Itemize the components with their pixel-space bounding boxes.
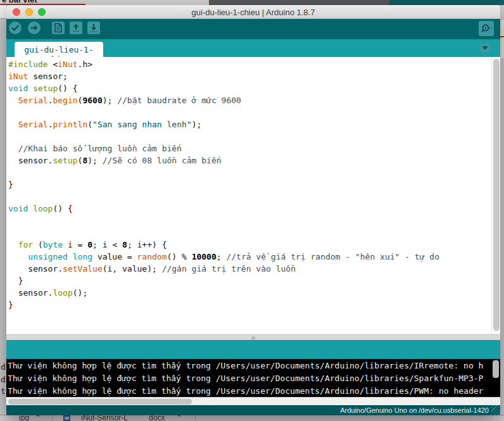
code-token: begin (53, 96, 77, 105)
code-token: iNut (8, 72, 28, 81)
code-token: (i, value); (103, 264, 162, 273)
editor-scrollbar-thumb[interactable] (493, 59, 500, 331)
serial-monitor-button[interactable] (479, 21, 494, 36)
code-token: () { (58, 84, 77, 93)
chevron-down-icon (482, 46, 488, 50)
code-token: ); (87, 156, 102, 165)
code-token (8, 252, 28, 261)
code-token: for (18, 240, 33, 249)
code-line (8, 215, 439, 227)
arrow-right-icon (28, 22, 41, 34)
code-token: unsigned long (28, 252, 92, 261)
console-output[interactable]: Thư viện không hợp lệ được tìm thấy tron… (6, 359, 500, 397)
toolbar (6, 19, 500, 39)
code-token: .h> (78, 60, 92, 69)
code-token: 10000 (192, 252, 217, 261)
code-line (8, 191, 439, 203)
background-right-red-mark (500, 36, 504, 37)
code-token: sensor. (8, 288, 53, 298)
save-button[interactable] (87, 22, 100, 34)
window-title: gui-du-lieu-1-chieu | Arduino 1.8.7 (6, 8, 500, 17)
download-item-ext[interactable]: docx (149, 415, 165, 421)
code-line: //Khai báo số lượng luồn cảm biến (8, 142, 439, 154)
background-right-sliver (500, 5, 504, 417)
download-shelf: jpg ⌃ W iNut-Sensor-L docx ⌃ (0, 415, 504, 421)
tab-menu-button[interactable] (480, 43, 490, 53)
check-icon (9, 22, 22, 34)
console-line: Thư viện không hợp lệ được tìm thấy tron… (8, 360, 483, 372)
code-token: } (8, 180, 13, 189)
code-token: setValue (63, 264, 103, 273)
verify-button[interactable] (9, 22, 22, 34)
arrow-up-icon (70, 22, 82, 34)
shelf-divider (195, 415, 196, 421)
code-token: setup (53, 156, 77, 165)
background-dark-strip (209, 0, 389, 5)
code-token: i = (63, 240, 87, 249)
chevron-up-icon[interactable]: ⌃ (35, 415, 41, 421)
code-token: iNut (58, 60, 77, 69)
code-token: void (8, 204, 28, 213)
background-browser-strip: e bai viet * (0, 0, 209, 5)
background-teal-strip (389, 0, 504, 5)
code-token: sensor. (8, 156, 53, 165)
code-token: < (48, 60, 58, 69)
tab-sketch[interactable]: gui-du-lieu-1-chieu (15, 42, 103, 57)
title-bar[interactable]: gui-du-lieu-1-chieu | Arduino 1.8.7 (6, 5, 500, 19)
download-item-ext[interactable]: jpg (19, 415, 29, 421)
code-token: byte (43, 240, 63, 249)
console-hscroll-thumb[interactable] (8, 399, 192, 405)
code-token (8, 120, 18, 129)
code-token: loop (33, 204, 53, 213)
code-token: ); (192, 120, 202, 129)
code-line: unsigned long value = random() % 10000; … (8, 251, 439, 263)
code-token: setup (33, 84, 58, 93)
console-scrollbar-thumb[interactable] (493, 360, 499, 378)
code-block: #include <iNut.h>iNut sensor;void setup(… (8, 58, 439, 311)
code-token: () % (167, 252, 191, 261)
open-button[interactable] (70, 22, 82, 34)
chevron-up-icon[interactable]: ⌃ (176, 415, 182, 421)
code-token: Serial (18, 120, 48, 129)
document-icon (52, 22, 65, 34)
download-item-name[interactable]: iNut-Sensor-L (81, 415, 128, 421)
code-token: } (8, 300, 13, 310)
resize-grip[interactable] (491, 405, 500, 415)
magnifier-icon (479, 21, 494, 36)
code-token (28, 84, 33, 93)
background-text-fragment: d (1, 375, 6, 384)
code-token: ( (87, 120, 92, 129)
code-line: sensor.loop(); (8, 287, 439, 299)
code-token: value = (92, 252, 137, 261)
code-line: #include <iNut.h> (8, 58, 439, 70)
code-token: sensor; (28, 72, 68, 81)
code-editor[interactable]: #include <iNut.h>iNut sensor;void setup(… (6, 57, 500, 334)
upload-button[interactable] (28, 22, 41, 34)
code-token: random (137, 252, 167, 261)
code-token: ); (103, 96, 117, 105)
code-token: ( (33, 240, 43, 249)
background-left-sliver: d d t (0, 5, 6, 417)
status-strip (6, 340, 500, 359)
new-sketch-button[interactable] (52, 22, 65, 34)
code-token: ; i++) { (127, 240, 167, 249)
code-token: //trả về giá trị random - "hên xui" - tự… (226, 252, 439, 261)
editor-scrollbar[interactable] (491, 57, 500, 334)
console-horizontal-scrollbar[interactable] (6, 397, 500, 405)
code-token (8, 144, 18, 153)
code-token: //Sẽ có 08 luồn cảm biến (103, 156, 222, 165)
code-token (28, 204, 33, 213)
code-token (8, 96, 18, 105)
code-token: //gán giá trị trên vào luồn (162, 264, 296, 273)
background-text-fragment: t (1, 386, 6, 396)
code-line: Serial.begin(9600); //bật baudrate ở mức… (8, 94, 439, 106)
code-token: //bật baudrate ở mức 9600 (117, 96, 241, 105)
arrow-down-icon (87, 22, 100, 34)
code-token: void (8, 84, 28, 93)
pane-divider[interactable] (6, 334, 500, 340)
code-token: ; i < (92, 240, 122, 249)
console-lines: Thư viện không hợp lệ được tìm thấy tron… (8, 360, 483, 397)
code-line: sensor.setup(8); //Sẽ có 08 luồn cảm biế… (8, 154, 439, 167)
code-token (8, 240, 18, 249)
background-right-tan (500, 20, 504, 58)
